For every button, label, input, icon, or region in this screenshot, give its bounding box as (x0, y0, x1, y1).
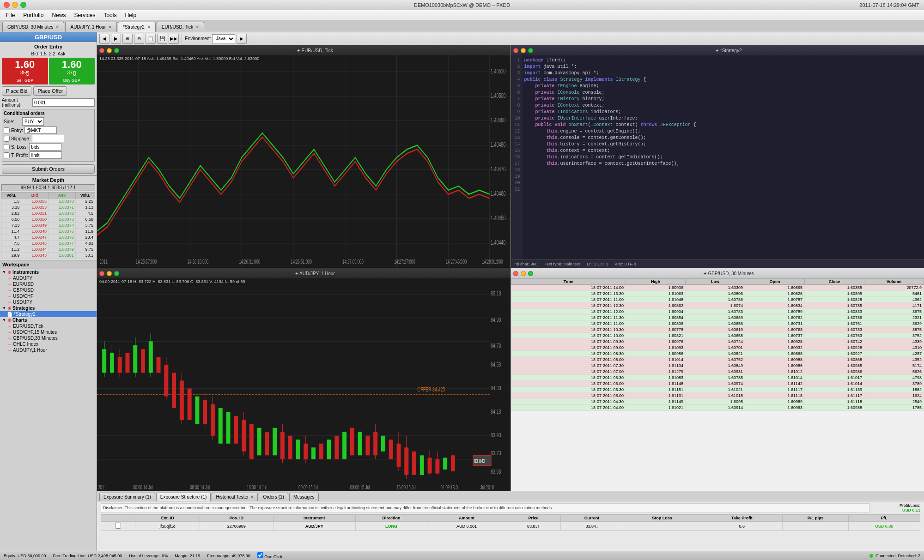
strategy-max-btn[interactable] (528, 48, 533, 53)
audjpy-1h-body[interactable]: 04:00 2011-07-18 H: 83.722 H: 83.831 L: … (97, 278, 511, 491)
exp-col-current: Current (560, 515, 623, 522)
instrument-eurusd[interactable]: → EUR/USD (0, 281, 97, 287)
tab-gbpusd[interactable]: GBP/USD, 30 Minutes ✕ (2, 22, 64, 32)
entry-input[interactable] (24, 126, 57, 134)
toolbar-btn-1[interactable]: ◀ (99, 34, 109, 44)
ohlcv-row: 18-07-2011 05:00 1.61131 1.61018 1.61118… (511, 393, 924, 399)
ohlcv-close-btn[interactable] (513, 271, 518, 276)
close-button[interactable] (4, 2, 10, 8)
tprofit-checkbox[interactable] (4, 152, 10, 158)
eurusd-close-btn[interactable] (99, 48, 104, 53)
svg-rect-70 (234, 416, 238, 444)
toolbar-btn-2[interactable]: ▶ (111, 34, 121, 44)
tab-audjpy[interactable]: AUD/JPY, 1 Hour ✕ (65, 22, 117, 32)
buy-price-box[interactable]: 1.60 370 Buy GBP (49, 58, 95, 84)
instruments-group[interactable]: ▼ ⊕ Instruments (0, 269, 97, 275)
menu-help[interactable]: Help (121, 11, 140, 19)
charts-group[interactable]: ▼ ⊕ Charts (0, 317, 97, 323)
menu-portfolio[interactable]: Portfolio (19, 11, 47, 19)
chart-gbpusd-30m[interactable]: → GBP/USD,30 Minutes (0, 335, 97, 341)
chart-ohlc-index[interactable]: → OHLC Index (0, 341, 97, 347)
svg-text:14:27:27:000: 14:27:27:000 (394, 259, 415, 265)
equity-status: Equity: USD 50,000.09 (4, 554, 46, 558)
conditional-section: Conditional orders Side: BUY SELL Entry: (2, 109, 95, 162)
strategies-group[interactable]: ▼ ⊕ Strategies (0, 305, 97, 311)
menu-file[interactable]: File (2, 11, 18, 19)
tab-eurusd-tick[interactable]: EUR/USD, Tick ✕ (157, 22, 204, 32)
one-click-checkbox[interactable] (257, 552, 263, 558)
instrument-gbpusd[interactable]: → GBP/USD (0, 287, 97, 293)
left-panel: GBP/USD Order Entry Bid 1.5 2.2 Ask 1.60… (0, 32, 97, 551)
code-editor[interactable]: package jforex; import java.util.*; impo… (523, 55, 924, 259)
eurusd-tick-body[interactable]: 14:28:03:335 2011-07-18 Ask: 1.40469 Bid… (97, 55, 511, 268)
sloss-input[interactable] (29, 143, 61, 151)
side-select[interactable]: BUY SELL (22, 117, 44, 126)
tab-exposure-structure[interactable]: Exposure Structure (1) (156, 493, 211, 501)
tprofit-input[interactable] (30, 151, 62, 159)
historical-tester-close[interactable]: ✕ (250, 494, 254, 500)
amount-input[interactable] (32, 98, 95, 107)
col-volume: Volume (864, 279, 924, 285)
tab-close-audjpy[interactable]: ✕ (108, 24, 112, 30)
slippage-checkbox[interactable] (4, 136, 10, 142)
place-offer-button[interactable]: Place Offer (33, 86, 67, 96)
tprofit-label: T. Profit: (11, 153, 28, 158)
instrument-audjpy[interactable]: → AUD/JPY (0, 275, 97, 281)
toolbar-btn-3[interactable]: ⊕ (122, 34, 133, 44)
eurusd-min-btn[interactable] (107, 48, 112, 53)
strategy-min-btn[interactable] (521, 48, 526, 53)
svg-text:00:00 15 Jul: 00:00 15 Jul (298, 484, 318, 490)
svg-rect-84 (319, 444, 323, 459)
tab-close-eurusd[interactable]: ✕ (195, 24, 199, 30)
menu-tools[interactable]: Tools (100, 11, 120, 19)
window-controls[interactable] (4, 2, 26, 8)
market-depth-title: Market Depth (1, 177, 95, 183)
instrument-usdjpy[interactable]: → USD/JPY (0, 299, 97, 305)
strategy-strategy2[interactable]: 📄 *Strategy2 (0, 311, 97, 317)
sell-price-box[interactable]: 1.60 355 Sell GBP (2, 58, 48, 84)
eurusd-max-btn[interactable] (114, 48, 119, 53)
toolbar-btn-7[interactable]: ▶▶ (169, 34, 179, 44)
tab-strategy2[interactable]: *Strategy2 ✕ (118, 22, 156, 32)
maximize-button[interactable] (20, 2, 26, 8)
instrument-usdchf[interactable]: → USD/CHF (0, 293, 97, 299)
submit-orders-button[interactable]: Submit Orders (2, 164, 95, 174)
toolbar-btn-run[interactable]: ▶ (237, 34, 247, 44)
audjpy-close-btn[interactable] (99, 271, 104, 276)
ohlcv-max-btn[interactable] (528, 271, 533, 276)
menu-services[interactable]: Services (70, 11, 99, 19)
svg-rect-100 (420, 455, 424, 475)
ohlcv-table-wrapper[interactable]: Time High Low Open Close Volume 18-07-20… (511, 278, 924, 491)
strategy-editor-header: ✦ *Strategy2 (511, 45, 924, 55)
audjpy-max-btn[interactable] (114, 271, 119, 276)
pl-pips-cell (783, 522, 848, 531)
exp-col-take-profit: Take Profit (701, 515, 783, 522)
entry-checkbox[interactable] (4, 127, 10, 133)
tab-close-gbpusd[interactable]: ✕ (55, 24, 59, 30)
tab-messages[interactable]: Messages (289, 493, 319, 501)
tab-exposure-summary[interactable]: Exposure Summary (1) (99, 493, 155, 501)
ohlcv-min-btn[interactable] (521, 271, 526, 276)
toolbar-btn-4[interactable]: ⊖ (134, 34, 144, 44)
free-margin-status: Free margin: 49,978.90 (207, 554, 250, 558)
place-bid-button[interactable]: Place Bid (2, 86, 31, 96)
audjpy-min-btn[interactable] (107, 271, 112, 276)
slippage-input[interactable] (32, 135, 64, 142)
ohlcv-row: 18-07-2011 10:30 1.60778 1.60619 1.60763… (511, 327, 924, 333)
tab-close-strategy2[interactable]: ✕ (147, 24, 151, 30)
chart-usdchf-15m[interactable]: → USD/CHF,15 Minutes (0, 329, 97, 335)
tab-orders[interactable]: Orders (1) (259, 493, 288, 501)
toolbar-btn-6[interactable]: 💾 (157, 34, 167, 44)
minimize-button[interactable] (12, 2, 18, 8)
environment-select[interactable]: Java (212, 34, 235, 43)
svg-rect-52 (141, 349, 145, 373)
chart-audjpy-1h[interactable]: → AUD/JPY,1 Hour (0, 347, 97, 353)
chart-eurusd-tick[interactable]: → EUR/USD,Tick (0, 323, 97, 329)
sloss-checkbox[interactable] (4, 144, 10, 150)
strategy-close-btn[interactable] (513, 48, 518, 53)
menu-news[interactable]: News (48, 11, 69, 19)
ohlcv-row: 18-07-2011 04:00 1.61021 1.60914 1.60963… (511, 405, 924, 411)
row-checkbox[interactable] (115, 523, 121, 529)
toolbar-btn-5[interactable]: 📋 (146, 34, 156, 44)
tab-historical-tester[interactable]: Historical Tester ✕ (212, 493, 258, 501)
